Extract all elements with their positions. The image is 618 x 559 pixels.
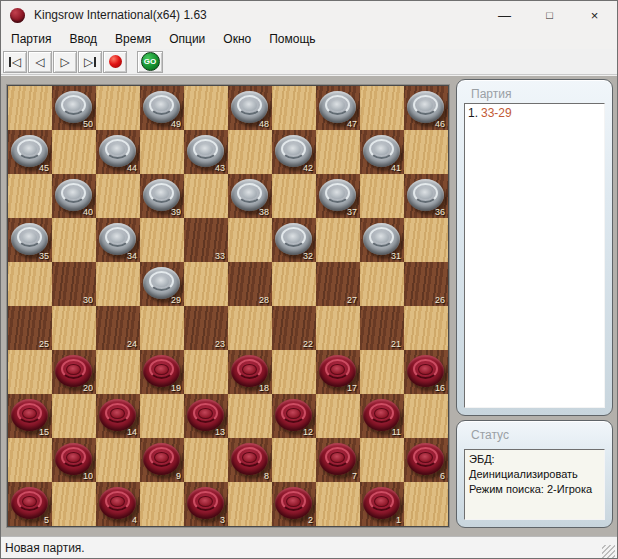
red-piece[interactable] <box>187 487 224 519</box>
board-square-light <box>360 86 404 130</box>
move-number: 1. <box>468 106 478 120</box>
square-number: 47 <box>347 119 357 129</box>
move-list[interactable]: 1.33-29 <box>464 103 605 408</box>
board-square-dark[interactable]: 34 <box>96 218 140 262</box>
red-piece[interactable] <box>407 443 444 475</box>
board-square-dark[interactable]: 44 <box>96 130 140 174</box>
square-number: 28 <box>259 295 269 305</box>
board-square-dark[interactable]: 23 <box>184 306 228 350</box>
board-square-dark[interactable]: 8 <box>228 438 272 482</box>
board-square-dark[interactable]: 39 <box>140 174 184 218</box>
board-square-dark[interactable]: 47 <box>316 86 360 130</box>
board-square-dark[interactable]: 49 <box>140 86 184 130</box>
board-square-dark[interactable]: 19 <box>140 350 184 394</box>
board-square-dark[interactable]: 24 <box>96 306 140 350</box>
first-move-button[interactable]: ◁ <box>3 51 27 73</box>
board-square-dark[interactable]: 15 <box>8 394 52 438</box>
board-square-light <box>184 86 228 130</box>
board-square-dark[interactable]: 42 <box>272 130 316 174</box>
board-square-dark[interactable]: 40 <box>52 174 96 218</box>
square-number: 32 <box>303 251 313 261</box>
board-square-dark[interactable]: 28 <box>228 262 272 306</box>
square-number: 6 <box>440 471 445 481</box>
board-square-dark[interactable]: 18 <box>228 350 272 394</box>
board-square-dark[interactable]: 9 <box>140 438 184 482</box>
board-square-dark[interactable]: 41 <box>360 130 404 174</box>
previous-move-button[interactable]: ◁ <box>28 51 52 73</box>
board-square-dark[interactable]: 35 <box>8 218 52 262</box>
red-piece[interactable] <box>363 487 400 519</box>
red-piece[interactable] <box>143 443 180 475</box>
menu-help[interactable]: Помощь <box>260 29 324 49</box>
board-square-dark[interactable]: 36 <box>404 174 448 218</box>
board-square-dark[interactable]: 16 <box>404 350 448 394</box>
board-square-dark[interactable]: 27 <box>316 262 360 306</box>
board-square-dark[interactable]: 12 <box>272 394 316 438</box>
menu-time[interactable]: Время <box>106 29 160 49</box>
menu-window[interactable]: Окно <box>214 29 260 49</box>
board-square-dark[interactable]: 1 <box>360 482 404 526</box>
board-square-dark[interactable]: 32 <box>272 218 316 262</box>
board-square-light <box>228 130 272 174</box>
square-number: 27 <box>347 295 357 305</box>
red-piece[interactable] <box>231 443 268 475</box>
square-number: 40 <box>83 207 93 217</box>
square-number: 13 <box>215 427 225 437</box>
close-button[interactable]: × <box>572 1 617 29</box>
go-button[interactable]: GO <box>137 51 163 73</box>
board-square-dark[interactable]: 45 <box>8 130 52 174</box>
board-square-dark[interactable]: 7 <box>316 438 360 482</box>
board-square-dark[interactable]: 26 <box>404 262 448 306</box>
board-square-dark[interactable]: 14 <box>96 394 140 438</box>
board-square-dark[interactable]: 5 <box>8 482 52 526</box>
status-bar: Новая партия. <box>1 536 617 559</box>
menu-input[interactable]: Ввод <box>60 29 106 49</box>
record-button[interactable] <box>103 51 127 73</box>
square-number: 31 <box>391 251 401 261</box>
menu-game[interactable]: Партия <box>2 29 60 49</box>
resize-grip-icon[interactable] <box>602 545 615 558</box>
board-square-dark[interactable]: 50 <box>52 86 96 130</box>
red-piece[interactable] <box>275 487 312 519</box>
board-square-dark[interactable]: 22 <box>272 306 316 350</box>
first-move-icon <box>9 57 11 67</box>
maximize-button[interactable]: □ <box>527 1 572 29</box>
board-square-dark[interactable]: 33 <box>184 218 228 262</box>
board-square-dark[interactable]: 43 <box>184 130 228 174</box>
square-number: 33 <box>215 251 225 261</box>
red-piece[interactable] <box>11 487 48 519</box>
board-square-dark[interactable]: 4 <box>96 482 140 526</box>
red-piece[interactable] <box>319 443 356 475</box>
board-square-dark[interactable]: 13 <box>184 394 228 438</box>
board-square-dark[interactable]: 30 <box>52 262 96 306</box>
board-square-dark[interactable]: 10 <box>52 438 96 482</box>
board-square-dark[interactable]: 17 <box>316 350 360 394</box>
board-square-dark[interactable]: 20 <box>52 350 96 394</box>
board-square-light <box>96 86 140 130</box>
board-square-dark[interactable]: 46 <box>404 86 448 130</box>
next-move-button[interactable]: ▷ <box>53 51 77 73</box>
red-piece[interactable] <box>99 487 136 519</box>
board-square-dark[interactable]: 38 <box>228 174 272 218</box>
board-square-dark[interactable]: 21 <box>360 306 404 350</box>
last-move-button[interactable]: ▷ <box>78 51 102 73</box>
board-square-dark[interactable]: 25 <box>8 306 52 350</box>
board-square-dark[interactable]: 2 <box>272 482 316 526</box>
board-square-dark[interactable]: 31 <box>360 218 404 262</box>
board-square-light <box>228 218 272 262</box>
board-square-dark[interactable]: 37 <box>316 174 360 218</box>
board-square-dark[interactable]: 3 <box>184 482 228 526</box>
client-area: 5049484746454443424140393837363534333231… <box>1 76 617 536</box>
board-square-dark[interactable]: 6 <box>404 438 448 482</box>
menu-options[interactable]: Опции <box>160 29 214 49</box>
maximize-icon: □ <box>546 9 553 21</box>
board-square-light <box>316 482 360 526</box>
board-square-light <box>140 306 184 350</box>
move-list-item[interactable]: 1.33-29 <box>465 104 604 120</box>
board-square-light <box>96 174 140 218</box>
square-number: 45 <box>39 163 49 173</box>
board-square-dark[interactable]: 48 <box>228 86 272 130</box>
minimize-button[interactable]: — <box>482 1 527 29</box>
board-square-dark[interactable]: 11 <box>360 394 404 438</box>
board-square-dark[interactable]: 29 <box>140 262 184 306</box>
